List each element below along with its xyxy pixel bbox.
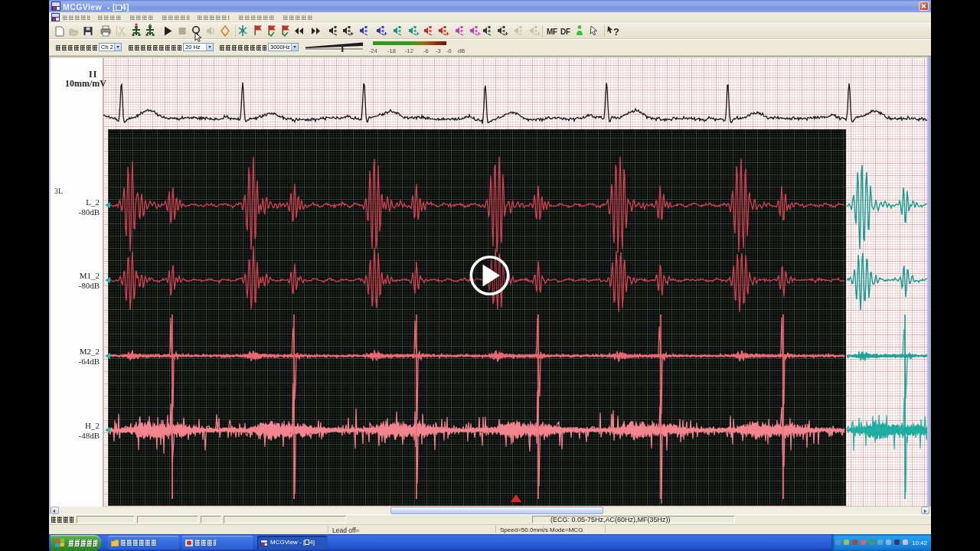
svg-text:?: ? xyxy=(613,26,619,37)
svg-text:MF: MF xyxy=(547,28,557,36)
svg-text:DF: DF xyxy=(560,28,570,36)
